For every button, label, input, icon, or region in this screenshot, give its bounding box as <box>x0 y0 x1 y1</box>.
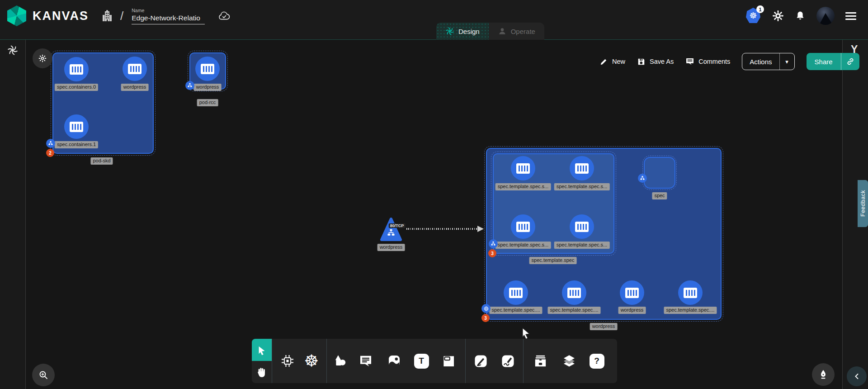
name-label: Name <box>132 8 205 13</box>
comments-button[interactable]: Comments <box>685 57 730 66</box>
deployment-badge-icon[interactable] <box>481 304 491 313</box>
pencil-scribble-icon <box>500 354 515 369</box>
new-button[interactable]: New <box>599 57 625 66</box>
container-node-spec-containers-0[interactable] <box>64 57 89 81</box>
header-left: KANVAS / Name <box>7 0 231 32</box>
tab-design-label: Design <box>458 28 480 35</box>
container-node[interactable] <box>562 280 586 305</box>
node-label: wordpress <box>377 244 405 251</box>
service-hierarchy-icon <box>387 228 396 237</box>
toolbar-divider <box>465 339 466 383</box>
organization-building-icon[interactable] <box>101 9 113 22</box>
node-spec[interactable] <box>644 157 675 189</box>
feedback-tab[interactable]: Feedback <box>858 180 868 227</box>
hierarchy-badge-icon[interactable] <box>185 81 194 90</box>
container-icon <box>516 222 530 232</box>
tool-select[interactable] <box>252 339 272 361</box>
design-name-input[interactable] <box>132 14 205 24</box>
kanvas-app: KANVAS / Name Design <box>0 0 868 389</box>
shapes-icon <box>333 354 347 368</box>
tool-note[interactable] <box>440 352 457 370</box>
tab-operate[interactable]: Operate <box>489 23 544 40</box>
share-label: Share <box>807 53 841 70</box>
design-name-field: Name <box>132 8 205 24</box>
container-icon <box>70 64 83 75</box>
meshery-spiral-icon[interactable] <box>7 45 18 56</box>
settings-gear-icon[interactable] <box>772 10 784 22</box>
header-right: ☸ 1 <box>746 0 856 32</box>
actions-caret-icon[interactable]: ▾ <box>780 53 794 70</box>
save-as-button[interactable]: Save As <box>637 57 674 66</box>
node-config-button[interactable] <box>33 48 52 68</box>
operate-person-icon <box>498 27 507 36</box>
node-label: spec.containers.1 <box>55 141 98 148</box>
container-node[interactable] <box>511 156 535 180</box>
container-node[interactable] <box>678 280 703 305</box>
count-badge[interactable]: 3 <box>488 249 496 257</box>
toolbar-divider <box>326 339 327 383</box>
node-label: spec.template.spec.... <box>664 307 717 314</box>
container-icon <box>567 288 581 298</box>
zoom-search-button[interactable] <box>32 364 55 386</box>
share-link-icon[interactable] <box>841 53 859 70</box>
kanvas-logo-icon[interactable] <box>7 5 26 26</box>
node-label: wordpress <box>121 84 149 91</box>
hierarchy-badge-icon[interactable] <box>46 139 55 148</box>
actions-label: Actions <box>742 53 779 70</box>
actions-button[interactable]: Actions ▾ <box>742 53 794 70</box>
share-button[interactable]: Share <box>807 53 859 70</box>
brand-name: KANVAS <box>33 9 89 23</box>
k8s-context-switcher[interactable]: ☸ 1 <box>746 8 761 24</box>
tool-help[interactable]: ? <box>588 352 605 370</box>
container-icon <box>625 288 639 298</box>
mouse-cursor <box>521 327 532 339</box>
collapse-right-panel-button[interactable] <box>847 366 867 386</box>
node-label: spec.template.spec.s... <box>554 242 610 249</box>
tool-text[interactable]: T <box>413 352 430 370</box>
count-badge[interactable]: 3 <box>481 314 490 322</box>
container-node[interactable] <box>504 280 528 305</box>
tool-layers[interactable] <box>561 352 578 370</box>
edge-80-tcp[interactable] <box>406 228 478 230</box>
edge-label: 80/TCP <box>389 223 406 228</box>
chevron-left-icon <box>852 372 861 381</box>
tool-comment[interactable] <box>357 352 374 370</box>
tool-pen[interactable] <box>472 352 489 370</box>
node-label: wordpress <box>618 307 646 314</box>
tool-components[interactable] <box>279 352 296 370</box>
container-node[interactable] <box>570 214 594 239</box>
tool-pan[interactable] <box>253 364 270 381</box>
hierarchy-badge-icon[interactable] <box>489 239 498 248</box>
tool-drawer[interactable] <box>532 352 549 370</box>
user-avatar[interactable] <box>816 7 835 25</box>
container-node[interactable] <box>570 156 594 180</box>
pen-nib-button[interactable] <box>812 363 835 386</box>
tool-kubernetes[interactable]: ☸ <box>303 352 320 370</box>
container-icon <box>509 288 523 298</box>
container-node-spec-containers-1[interactable] <box>64 114 89 139</box>
container-node-wordpress[interactable] <box>620 280 644 305</box>
group-label: spec.template.spec <box>529 257 577 264</box>
tool-media[interactable] <box>386 352 403 370</box>
count-badge[interactable]: 2 <box>46 149 54 157</box>
kubernetes-helm-icon: ☸ <box>304 353 319 369</box>
tab-design[interactable]: Design <box>436 23 489 40</box>
tab-operate-label: Operate <box>511 28 535 35</box>
container-node-wordpress[interactable] <box>195 57 220 81</box>
node-label: spec.template.spec.s... <box>554 183 610 190</box>
tool-sketch[interactable] <box>499 352 516 370</box>
menu-hamburger-icon[interactable] <box>845 12 856 20</box>
node-label: spec.template.spec.s... <box>495 242 551 249</box>
canvas-toolbar: ☸ T ? <box>252 339 617 383</box>
container-node[interactable] <box>511 214 535 239</box>
mode-tabs: Design Operate <box>436 23 544 40</box>
notifications-bell-icon[interactable] <box>795 10 806 22</box>
container-icon <box>684 288 697 298</box>
context-count-badge: 1 <box>756 5 764 13</box>
tool-shapes[interactable] <box>331 352 349 370</box>
hierarchy-badge-icon[interactable] <box>638 174 647 183</box>
container-node-wordpress[interactable] <box>123 57 147 81</box>
comment-icon <box>685 57 694 66</box>
group-label: pod-rcc <box>197 99 218 106</box>
container-icon <box>201 64 214 74</box>
